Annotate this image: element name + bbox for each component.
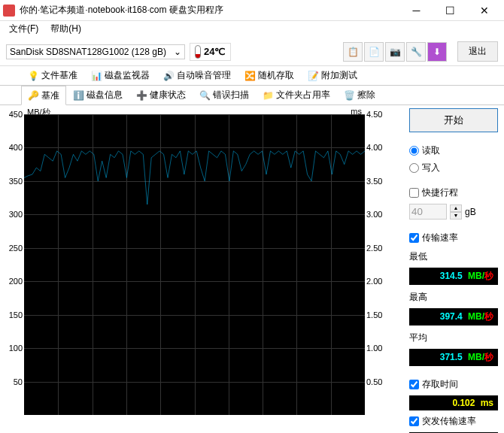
bench-icon: 🔑 <box>28 90 38 101</box>
tab-folder-usage[interactable]: 📁文件夹占用率 <box>256 86 337 104</box>
close-button[interactable]: ✕ <box>467 0 501 21</box>
tool-icons: 📋 📄 📷 🔧 ⬇ <box>343 42 447 62</box>
tab-aam[interactable]: 🔊自动噪音管理 <box>156 66 238 85</box>
window-title: 你的·笔记本频道·notebook·it168·com 硬盘实用程序 <box>20 4 399 17</box>
random-icon: 🔀 <box>244 71 255 81</box>
tabs-row-2: 🔑基准 ℹ️磁盘信息 ➕健康状态 🔍错误扫描 📁文件夹占用率 🗑️擦除 <box>0 86 504 105</box>
info-icon: ℹ️ <box>73 90 83 101</box>
access-value-box: 0.102 ms <box>409 395 498 410</box>
check-burst-rate[interactable]: 突发传输速率 <box>409 415 498 428</box>
file-bench-icon: 💡 <box>28 71 38 81</box>
toolbar: SanDisk SD8SNAT128G1002 (128 gB) ⌄ 24℃ 📋… <box>0 38 504 66</box>
maximize-button[interactable]: ☐ <box>433 0 467 21</box>
extra-icon: 📝 <box>308 71 318 81</box>
save-icon[interactable]: ⬇ <box>427 42 447 62</box>
stroke-up[interactable]: ▲ <box>450 204 462 212</box>
copy2-icon[interactable]: 📄 <box>364 42 384 62</box>
max-value-box: 397.4 MB/秒 <box>409 308 498 326</box>
check-access-time[interactable]: 存取时间 <box>409 378 498 391</box>
radio-read[interactable]: 读取 <box>409 144 498 157</box>
exit-button[interactable]: 退出 <box>457 41 498 62</box>
start-button[interactable]: 开始 <box>409 108 498 132</box>
stroke-input[interactable] <box>409 204 447 220</box>
avg-value-box: 371.5 MB/秒 <box>409 349 498 366</box>
radio-write[interactable]: 写入 <box>409 162 498 174</box>
options-icon[interactable]: 🔧 <box>406 42 426 62</box>
tab-erase[interactable]: 🗑️擦除 <box>337 86 382 104</box>
tab-random-access[interactable]: 🔀随机存取 <box>238 66 301 85</box>
benchmark-chart: MB/秒 ms 45040035030025020015010050 4.504… <box>5 108 384 424</box>
sidebar-controls: 开始 读取 写入 快捷行程 ▲▼ gB 传输速率 最低 314.5 MB/秒 最… <box>406 105 504 433</box>
scan-icon: 🔍 <box>199 90 210 101</box>
check-shortstroke[interactable]: 快捷行程 <box>409 186 498 199</box>
health-icon: ➕ <box>136 90 147 101</box>
erase-icon: 🗑️ <box>344 90 354 101</box>
chevron-down-icon: ⌄ <box>174 47 181 57</box>
tab-error-scan[interactable]: 🔍错误扫描 <box>193 86 256 104</box>
temperature-value: 24℃ <box>204 46 226 57</box>
copy-icon[interactable]: 📋 <box>343 42 363 62</box>
minimize-button[interactable]: ─ <box>399 0 433 21</box>
stroke-unit: gB <box>465 207 476 217</box>
menu-help[interactable]: 帮助(H) <box>44 21 87 38</box>
drive-label: SanDisk SD8SNAT128G1002 (128 gB) <box>10 47 174 57</box>
tabs-row-1: 💡文件基准 📊磁盘监视器 🔊自动噪音管理 🔀随机存取 📝附加测试 <box>0 66 504 86</box>
tab-benchmark[interactable]: 🔑基准 <box>21 86 66 105</box>
folder-icon: 📁 <box>263 90 273 101</box>
menubar: 文件(F) 帮助(H) <box>0 21 504 38</box>
monitor-icon: 📊 <box>91 71 102 81</box>
min-label: 最低 <box>409 250 498 263</box>
max-label: 最高 <box>409 291 498 304</box>
check-transfer-rate[interactable]: 传输速率 <box>409 232 498 244</box>
temperature-display: 24℃ <box>190 43 231 61</box>
tab-disk-info[interactable]: ℹ️磁盘信息 <box>66 86 129 104</box>
tab-extra-tests[interactable]: 📝附加测试 <box>301 66 364 85</box>
thermometer-icon <box>195 45 201 59</box>
drive-selector[interactable]: SanDisk SD8SNAT128G1002 (128 gB) ⌄ <box>6 44 185 59</box>
tab-health[interactable]: ➕健康状态 <box>129 86 193 104</box>
speaker-icon: 🔊 <box>163 71 174 81</box>
app-icon <box>3 5 15 17</box>
camera-icon[interactable]: 📷 <box>385 42 405 62</box>
chart-area: MB/秒 ms 45040035030025020015010050 4.504… <box>0 105 406 433</box>
avg-label: 平均 <box>409 332 498 344</box>
stroke-down[interactable]: ▼ <box>450 212 462 220</box>
titlebar: 你的·笔记本频道·notebook·it168·com 硬盘实用程序 ─ ☐ ✕ <box>0 0 504 21</box>
tab-disk-monitor[interactable]: 📊磁盘监视器 <box>84 66 156 85</box>
menu-file[interactable]: 文件(F) <box>3 21 44 38</box>
tab-file-benchmark[interactable]: 💡文件基准 <box>21 66 84 85</box>
min-value-box: 314.5 MB/秒 <box>409 268 498 285</box>
